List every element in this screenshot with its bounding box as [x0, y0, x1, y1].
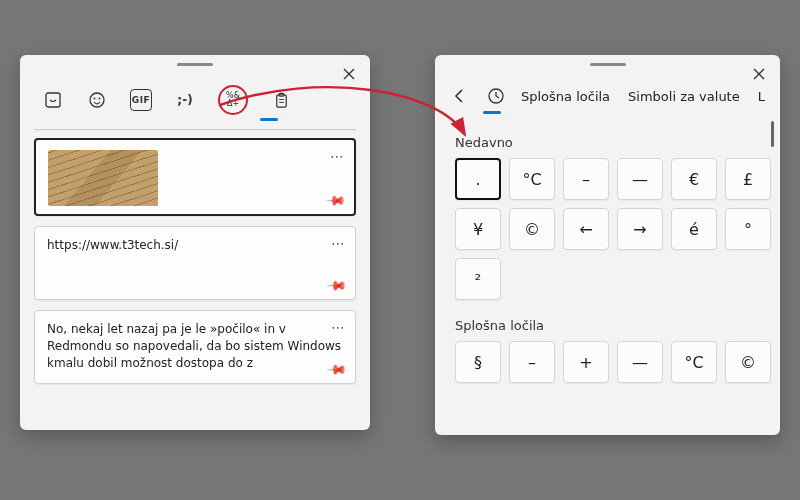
section-title: Nedavno [455, 135, 764, 150]
key-grid-general: § – + — °C © [455, 341, 764, 383]
emoji-tab-icon[interactable] [86, 89, 108, 111]
svg-point-3 [99, 98, 101, 100]
symbols-body: Nedavno . °C – — € £ ¥ © ← → é ° ² Sploš… [435, 113, 780, 383]
symbol-key[interactable]: ¥ [455, 208, 501, 250]
drag-handle[interactable] [177, 63, 213, 66]
sticker-tab-icon[interactable] [42, 89, 64, 111]
clipboard-item[interactable]: https://www.t3tech.si/ ⋯ 📌 [34, 226, 356, 300]
recent-icon[interactable] [485, 85, 507, 107]
symbol-key[interactable]: °C [509, 158, 555, 200]
svg-point-1 [90, 93, 104, 107]
category-tab[interactable]: Simboli za valute [628, 89, 740, 104]
clipboard-list: ⋯ 📌 https://www.t3tech.si/ ⋯ 📌 No, nekaj… [20, 138, 370, 384]
active-tab-underline [260, 118, 278, 121]
symbol-key[interactable]: – [563, 158, 609, 200]
gif-tab-icon[interactable]: GIF [130, 89, 152, 111]
category-strip: Splošna ločila Simboli za valute L [521, 89, 765, 104]
clipboard-item[interactable]: No, nekaj let nazaj pa je le »počilo« in… [34, 310, 356, 384]
symbol-key[interactable]: é [671, 208, 717, 250]
symbols-panel: Splošna ločila Simboli za valute L Nedav… [435, 55, 780, 435]
symbol-key[interactable]: © [725, 341, 771, 383]
symbol-key[interactable]: £ [725, 158, 771, 200]
category-tab[interactable]: Splošna ločila [521, 89, 610, 104]
drag-handle[interactable] [590, 63, 626, 66]
kaomoji-tab-icon[interactable]: ;-) [174, 89, 196, 111]
emoji-panel: GIF ;-) %& Δ+ ⋯ 📌 https://www.t3tech.si/… [20, 55, 370, 430]
symbol-key[interactable]: °C [671, 341, 717, 383]
symbol-key[interactable]: — [617, 341, 663, 383]
clip-pin-icon[interactable]: 📌 [326, 275, 348, 297]
symbols-tab-icon[interactable]: %& Δ+ [218, 85, 248, 115]
svg-point-2 [94, 98, 96, 100]
clip-text: No, nekaj let nazaj pa je le »počilo« in… [47, 321, 343, 371]
clip-image-thumb [48, 150, 158, 206]
clip-menu-icon[interactable]: ⋯ [331, 319, 345, 335]
symbol-key[interactable]: € [671, 158, 717, 200]
clip-text: https://www.t3tech.si/ [47, 237, 343, 254]
close-button-right[interactable] [748, 63, 770, 85]
svg-rect-0 [46, 93, 60, 107]
symbol-key[interactable]: © [509, 208, 555, 250]
scrollbar[interactable] [771, 121, 774, 147]
symbol-key[interactable]: → [617, 208, 663, 250]
symbol-key[interactable]: — [617, 158, 663, 200]
clip-menu-icon[interactable]: ⋯ [330, 148, 344, 164]
clip-menu-icon[interactable]: ⋯ [331, 235, 345, 251]
category-tab[interactable]: L [758, 89, 765, 104]
divider [34, 129, 356, 130]
symbol-key[interactable]: ° [725, 208, 771, 250]
section-title: Splošna ločila [455, 318, 764, 333]
symbol-key[interactable]: + [563, 341, 609, 383]
symbol-key[interactable]: . [455, 158, 501, 200]
close-button-left[interactable] [338, 63, 360, 85]
back-icon[interactable] [449, 85, 471, 107]
symbol-key[interactable]: – [509, 341, 555, 383]
clipboard-tab-icon[interactable] [270, 89, 292, 111]
symbol-key[interactable]: § [455, 341, 501, 383]
clipboard-item[interactable]: ⋯ 📌 [34, 138, 356, 216]
symbol-key[interactable]: ² [455, 258, 501, 300]
symbol-key[interactable]: ← [563, 208, 609, 250]
key-grid-recent: . °C – — € £ ¥ © ← → é ° ² [455, 158, 764, 300]
